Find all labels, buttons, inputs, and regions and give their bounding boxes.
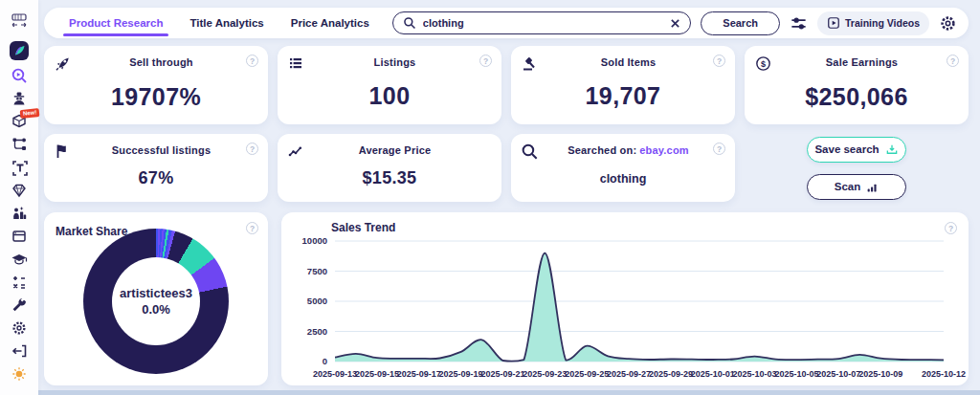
- list-icon: [287, 55, 310, 76]
- average-price-card: Average Price ? $15.35: [278, 134, 501, 202]
- svg-text:2025-09-29: 2025-09-29: [649, 369, 693, 379]
- help-icon[interactable]: ?: [479, 55, 492, 67]
- sales-trend-card: Sales Trend ? 0250050007500100002025-09-…: [281, 212, 969, 385]
- sidebar-item-tools[interactable]: [9, 296, 30, 314]
- topbar: Product Research Title Analytics Price A…: [44, 8, 969, 38]
- stats-row-1: Sell through ? 19707% Listings ?: [44, 46, 969, 124]
- stat-title: Sell through: [77, 55, 246, 68]
- sidebar: New!: [0, 0, 38, 395]
- sidebar-item-calculator[interactable]: [9, 274, 30, 291]
- svg-text:7500: 7500: [307, 266, 327, 276]
- sidebar-item-competitor-research[interactable]: [9, 90, 30, 107]
- sidebar-item-best-selling[interactable]: [9, 182, 30, 199]
- calculator-icon: [11, 274, 28, 291]
- searched-on-card: Searched on:ebay.com ? clothing: [511, 134, 735, 202]
- tab-title-analytics[interactable]: Title Analytics: [176, 8, 277, 38]
- settings-icon[interactable]: [939, 14, 957, 33]
- sidebar-item-title-builder[interactable]: [9, 159, 30, 176]
- actions-column: Save search Scan: [745, 134, 969, 202]
- save-search-button[interactable]: Save search: [807, 137, 906, 163]
- sidebar-collapse-button[interactable]: [7, 8, 32, 33]
- svg-text:$: $: [761, 59, 766, 69]
- sidebar-item-item-finder[interactable]: New!: [9, 113, 30, 130]
- stat-title: Successful listings: [77, 143, 246, 156]
- help-icon[interactable]: ?: [713, 55, 725, 67]
- searched-site[interactable]: ebay.com: [639, 144, 689, 156]
- tab-product-research[interactable]: Product Research: [56, 8, 176, 38]
- search-icon: [521, 143, 544, 165]
- svg-text:2025-09-19: 2025-09-19: [439, 369, 483, 379]
- listings-card: Listings ? 100: [278, 46, 501, 124]
- svg-text:2025-10-05: 2025-10-05: [774, 369, 818, 379]
- svg-text:2025-10-03: 2025-10-03: [733, 369, 777, 379]
- help-icon[interactable]: ?: [246, 222, 258, 234]
- scan-label: Scan: [835, 181, 861, 192]
- sidebar-item-store[interactable]: [9, 228, 30, 245]
- sidebar-item-settings[interactable]: [9, 319, 30, 337]
- sales-trend-chart[interactable]: 0250050007500100002025-09-132025-09-1520…: [282, 209, 969, 384]
- play-video-icon: [827, 16, 840, 30]
- title-frame-icon: [11, 159, 28, 176]
- sidebar-item-top-sellers[interactable]: [9, 205, 30, 222]
- svg-text:2025-09-17: 2025-09-17: [397, 369, 441, 379]
- stat-title: Average Price: [310, 143, 479, 156]
- sidebar-item-logout[interactable]: [9, 342, 30, 360]
- market-share-donut[interactable]: artistictees3 0.0%: [83, 229, 229, 374]
- search-bar: [392, 11, 691, 34]
- svg-text:2025-10-07: 2025-10-07: [816, 369, 860, 379]
- svg-text:0: 0: [323, 356, 327, 366]
- sidebar-item-product-research[interactable]: [9, 67, 30, 84]
- trend-icon: [287, 143, 310, 164]
- sale-earnings-card: $ Sale Earnings ? $250,066: [745, 46, 969, 124]
- stat-title: Searched on:ebay.com: [544, 143, 713, 156]
- stat-value: 19,707: [521, 82, 725, 110]
- sidebar-item-category-research[interactable]: [9, 136, 30, 153]
- help-icon[interactable]: ?: [713, 143, 725, 155]
- sell-through-card: Sell through ? 19707%: [44, 46, 268, 124]
- browser-window-icon: [11, 228, 28, 245]
- svg-text:2025-10-09: 2025-10-09: [858, 369, 902, 379]
- tab-label: Product Research: [69, 17, 163, 29]
- sidebar-menu: New!: [9, 40, 30, 383]
- stat-value: 67%: [54, 168, 258, 188]
- stat-title: Sold Items: [544, 55, 713, 68]
- donut-center: artistictees3 0.0%: [112, 257, 200, 345]
- filters-icon[interactable]: [790, 14, 808, 33]
- market-share-title: Market Share: [56, 225, 127, 238]
- donut-center-value: 0.0%: [142, 302, 170, 317]
- sidebar-item-logo[interactable]: [9, 40, 30, 61]
- spy-icon: [11, 90, 28, 107]
- new-badge: New!: [20, 108, 40, 119]
- podium-person-icon: [11, 205, 28, 222]
- network-icon: [11, 136, 28, 153]
- tab-price-analytics[interactable]: Price Analytics: [278, 8, 383, 38]
- scan-button[interactable]: Scan: [807, 174, 906, 200]
- search-button[interactable]: Search: [701, 11, 780, 35]
- diamond-icon: [11, 182, 28, 199]
- training-videos-label: Training Videos: [845, 17, 920, 29]
- search-input[interactable]: [423, 17, 663, 29]
- dollar-icon: $: [754, 55, 777, 77]
- help-icon[interactable]: ?: [246, 55, 258, 67]
- page-bottom-edge: [0, 390, 980, 395]
- help-icon[interactable]: ?: [947, 55, 959, 67]
- stat-value: $15.35: [287, 168, 492, 188]
- svg-text:2500: 2500: [307, 326, 327, 337]
- sidebar-item-theme[interactable]: [9, 365, 30, 383]
- clear-search-icon[interactable]: [670, 18, 680, 29]
- svg-text:2025-10-01: 2025-10-01: [691, 369, 735, 379]
- help-icon[interactable]: ?: [246, 143, 258, 155]
- gavel-icon: [521, 55, 544, 76]
- training-videos-button[interactable]: Training Videos: [817, 11, 929, 35]
- sidebar-item-academy[interactable]: [9, 251, 30, 268]
- stat-value: 100: [287, 82, 492, 110]
- svg-text:2025-10-12: 2025-10-12: [922, 369, 966, 379]
- svg-text:2025-09-13: 2025-09-13: [313, 369, 357, 379]
- searched-keyword: clothing: [521, 172, 725, 186]
- flag-icon: [54, 143, 77, 164]
- wrench-icon: [11, 296, 28, 314]
- svg-text:2025-09-21: 2025-09-21: [480, 369, 524, 379]
- collapse-sidebar-icon: [11, 11, 28, 29]
- svg-text:2025-09-27: 2025-09-27: [607, 369, 651, 379]
- magnifier-play-icon: [11, 67, 28, 84]
